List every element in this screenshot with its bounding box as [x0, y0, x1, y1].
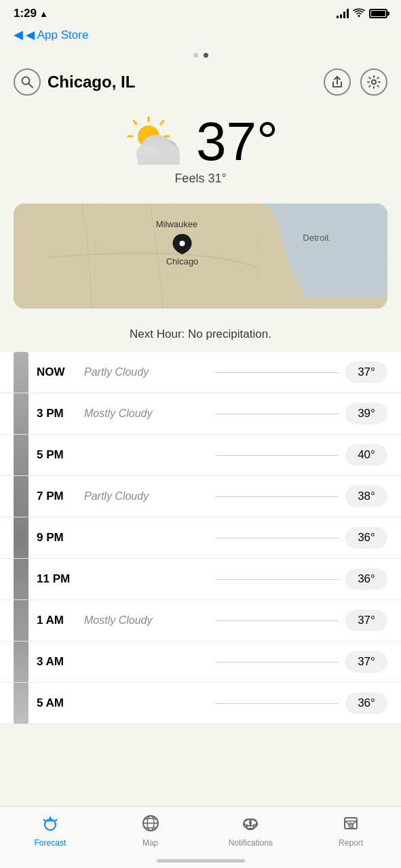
svg-text:!: !: [249, 819, 252, 829]
status-time: 1:29 ▲: [14, 7, 48, 20]
hourly-divider: [215, 414, 339, 414]
hourly-row: 5 PM 40°: [0, 435, 401, 476]
battery-icon: [369, 9, 387, 18]
svg-line-34: [43, 820, 44, 821]
svg-line-33: [56, 820, 56, 821]
page-dots: [0, 47, 401, 62]
hourly-row: 11 PM 36°: [0, 559, 401, 600]
hourly-divider: [215, 620, 339, 621]
header-left: Chicago, IL: [14, 68, 135, 96]
location-title: Chicago, IL: [47, 73, 135, 92]
hourly-temp: 37°: [345, 651, 387, 673]
hourly-condition: Mostly Cloudy: [84, 614, 208, 627]
header-right: [324, 68, 387, 96]
hourly-temp: 40°: [345, 444, 387, 466]
signal-icon: [337, 9, 349, 18]
search-icon: [20, 75, 34, 89]
hourly-time: 7 PM: [37, 490, 84, 503]
report-icon: [341, 814, 360, 835]
page-dot-1: [193, 53, 198, 58]
temperature-value: 37°: [196, 115, 278, 169]
tab-report[interactable]: Report: [327, 814, 375, 848]
hourly-row: 1 AM Mostly Cloudy 37°: [0, 600, 401, 642]
settings-button[interactable]: [360, 68, 387, 96]
hourly-row: 7 PM Partly Cloudy 38°: [0, 476, 401, 517]
search-button[interactable]: [14, 68, 41, 96]
hourly-forecast: NOW Partly Cloudy 37° 3 PM Mostly Cloudy…: [0, 352, 401, 724]
svg-line-2: [29, 84, 33, 88]
hourly-time: 5 PM: [37, 448, 84, 462]
hourly-row: 5 AM 36°: [0, 683, 401, 724]
next-hour-text: Next Hour: No precipitation.: [0, 319, 401, 352]
tab-forecast-label: Forecast: [35, 838, 66, 848]
gear-icon: [367, 75, 381, 89]
hourly-row: 3 PM Mostly Cloudy 39°: [0, 393, 401, 435]
weather-main: 37° Feels 31°: [0, 102, 401, 193]
wifi-icon: [353, 8, 365, 20]
share-icon: [330, 75, 344, 89]
hourly-temp: 37°: [345, 361, 387, 383]
hourly-row: NOW Partly Cloudy 37°: [0, 352, 401, 393]
tab-notifications[interactable]: ! Notifications: [227, 814, 274, 848]
hourly-time: 3 PM: [37, 407, 84, 420]
hourly-temp: 36°: [345, 568, 387, 590]
time-display: 1:29: [14, 7, 37, 20]
status-right-icons: [337, 8, 387, 20]
hourly-temp: 37°: [345, 610, 387, 631]
hourly-condition: Partly Cloudy: [84, 490, 208, 502]
svg-text:Milwaukee: Milwaukee: [156, 219, 197, 229]
tab-report-label: Report: [339, 838, 363, 848]
page-dot-2: [204, 53, 208, 58]
hourly-time: NOW: [37, 366, 84, 379]
svg-line-6: [161, 121, 164, 124]
map-svg: Milwaukee Chicago Detroit: [14, 203, 387, 309]
hourly-time: 5 AM: [37, 696, 84, 710]
hourly-temp: 36°: [345, 527, 387, 549]
home-indicator: [157, 859, 245, 863]
svg-line-9: [134, 121, 136, 124]
tab-map[interactable]: Map: [127, 814, 174, 848]
temperature-display: 37°: [196, 115, 278, 169]
weather-map[interactable]: Milwaukee Chicago Detroit: [14, 203, 387, 309]
feels-like-value: Feels 31°: [174, 172, 226, 186]
hourly-temp: 38°: [345, 486, 387, 507]
hourly-row: 3 AM 37°: [0, 642, 401, 683]
weather-condition-icon: [123, 115, 191, 169]
hourly-divider: [215, 703, 339, 704]
back-text: ◀ App Store: [26, 28, 88, 42]
hourly-divider: [215, 372, 339, 373]
hourly-divider: [215, 496, 339, 497]
hourly-divider: [215, 579, 339, 580]
hourly-row: 9 PM 36°: [0, 517, 401, 559]
hourly-time: 9 PM: [37, 531, 84, 545]
svg-text:Chicago: Chicago: [166, 256, 199, 267]
hourly-condition: Mostly Cloudy: [84, 408, 208, 420]
svg-text:Detroit: Detroit: [303, 233, 329, 243]
back-label[interactable]: ◀ ◀ App Store: [14, 27, 387, 42]
app-store-back-button[interactable]: ◀ ◀ App Store: [0, 24, 401, 47]
hourly-time: 1 AM: [37, 614, 84, 627]
tab-notifications-label: Notifications: [229, 838, 273, 848]
svg-rect-19: [138, 155, 180, 165]
hourly-temp: 39°: [345, 403, 387, 425]
hourly-divider: [215, 662, 339, 663]
svg-point-3: [372, 80, 376, 84]
hourly-condition: Partly Cloudy: [84, 366, 208, 378]
notifications-icon: !: [241, 814, 260, 835]
tab-forecast[interactable]: Forecast: [26, 814, 74, 848]
hourly-time: 11 PM: [37, 572, 84, 586]
hourly-time: 3 AM: [37, 655, 84, 669]
header: Chicago, IL: [0, 62, 401, 102]
location-arrow-icon: ▲: [39, 9, 48, 19]
weather-display: 37°: [123, 115, 278, 169]
hourly-temp: 36°: [345, 692, 387, 714]
map-icon: [141, 814, 160, 835]
svg-point-0: [358, 15, 360, 17]
hourly-divider: [215, 455, 339, 456]
svg-point-30: [180, 241, 185, 246]
status-bar: 1:29 ▲: [0, 0, 401, 24]
share-button[interactable]: [324, 68, 351, 96]
tab-map-label: Map: [142, 838, 158, 848]
forecast-icon: [41, 814, 60, 835]
hourly-divider: [215, 538, 339, 538]
